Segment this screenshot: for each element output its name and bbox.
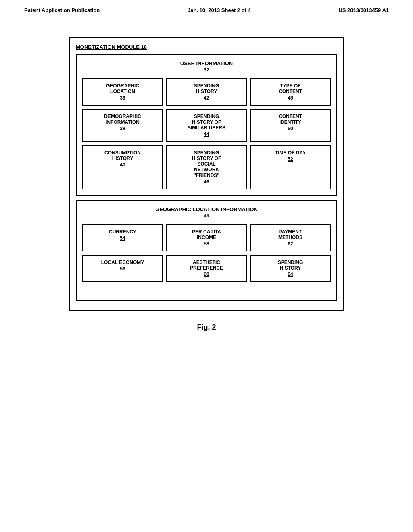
outer-box: MONETIZATION MODULE 18 USER INFORMATION …: [69, 37, 344, 311]
grid-item-time-of-day: TIME OF DAY 52: [250, 145, 331, 189]
main-content: MONETIZATION MODULE 18 USER INFORMATION …: [0, 13, 413, 332]
figure-caption: Fig. 2: [197, 323, 216, 332]
header-center: Jan. 10, 2013 Sheet 2 of 4: [188, 7, 251, 13]
grid-item-content-identity: CONTENTIDENTITY 50: [250, 109, 331, 142]
user-info-title: USER INFORMATION 32: [82, 60, 331, 73]
grid-item-spending-history-social: SPENDINGHISTORY OFSOCIALNETWORK"FRIENDS"…: [166, 145, 247, 189]
grid-item-type-of-content: TYPE OFCONTENT 48: [250, 78, 331, 106]
grid-item-aesthetic-preference: AESTHETICPREFERENCE 60: [166, 255, 247, 282]
user-information-section: USER INFORMATION 32 GEOGRAPHICLOCATION 3…: [76, 54, 337, 196]
grid-item-spending-history-42: SPENDINGHISTORY 42: [166, 78, 247, 106]
grid-item-consumption-history: CONSUMPTIONHISTORY 40: [82, 145, 163, 189]
grid-item-payment-methods: PAYMENTMETHODS 62: [250, 224, 331, 251]
user-info-grid: GEOGRAPHICLOCATION 36 SPENDINGHISTORY 42…: [82, 78, 331, 189]
grid-item-geographic-location: GEOGRAPHICLOCATION 36: [82, 78, 163, 106]
grid-item-currency: CURRENCY 54: [82, 224, 163, 251]
grid-item-spending-history-similar: SPENDINGHISTORY OFSIMILAR USERS 44: [166, 109, 247, 142]
grid-item-local-economy: LOCAL ECONOMY 56: [82, 255, 163, 282]
geo-location-section: GEOGRAPHIC LOCATION INFORMATION 34 CURRE…: [76, 200, 337, 301]
geo-location-title: GEOGRAPHIC LOCATION INFORMATION 34: [82, 206, 331, 218]
grid-item-per-capita-income: PER CAPITAINCOME 58: [166, 224, 247, 251]
grid-item-spending-history-64: SPENDINGHISTORY 64: [250, 255, 331, 282]
outer-box-title: MONETIZATION MODULE 18: [76, 44, 337, 50]
page-header: Patent Application Publication Jan. 10, …: [0, 0, 413, 13]
header-right: US 2013/0013459 A1: [338, 7, 389, 13]
header-left: Patent Application Publication: [24, 7, 100, 13]
geo-location-grid: CURRENCY 54 PER CAPITAINCOME 58 PAYMENTM…: [82, 224, 331, 282]
grid-item-demographic-information: DEMOGRAPHICINFORMATION 38: [82, 109, 163, 142]
